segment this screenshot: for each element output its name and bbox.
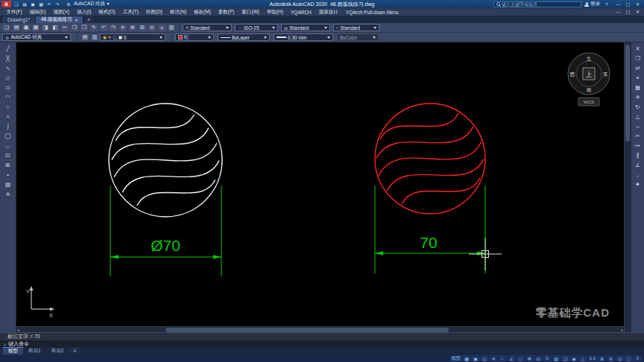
move-tool-icon[interactable]: ✛ <box>632 92 644 102</box>
table-style-select[interactable]: ⊞ Standard <box>281 24 330 31</box>
erase-tool-icon[interactable]: ✕ <box>632 44 644 54</box>
match-properties-icon[interactable]: ✎ <box>89 24 98 32</box>
point-tool-icon[interactable]: • <box>2 170 14 180</box>
transparency-icon[interactable]: ▨ <box>552 355 561 361</box>
clean-screen-icon[interactable]: ▢ <box>625 355 633 361</box>
menu-item[interactable]: 窗口(W) <box>239 9 262 16</box>
revision-cloud-tool-icon[interactable]: ≈ <box>2 112 14 121</box>
paste-icon[interactable]: ❒ <box>80 24 89 32</box>
compass-west-label[interactable]: 西 <box>569 72 575 77</box>
circle-tool-icon[interactable]: ○ <box>2 102 14 112</box>
compass-center-label[interactable]: 上 <box>586 71 593 78</box>
isodraft-icon[interactable]: ◇ <box>517 355 525 361</box>
ortho-icon[interactable]: ∟ <box>499 355 507 361</box>
menu-item[interactable]: 绘图(D) <box>143 9 166 16</box>
osnap-tracking-icon[interactable]: ✜ <box>525 355 534 361</box>
doc-minimize-button[interactable]: — <box>613 9 623 16</box>
isolate-objects-icon[interactable]: ◎ <box>616 355 624 361</box>
workspace-dropdown[interactable]: ⚙ AutoCAD 经典 <box>63 1 112 7</box>
selection-cycling-icon[interactable]: ❏ <box>561 355 569 361</box>
line-tool-icon[interactable]: ╱ <box>2 44 14 54</box>
mtext-tool-icon[interactable]: A <box>2 189 14 199</box>
array-tool-icon[interactable]: ▦ <box>632 83 644 92</box>
grid-icon[interactable]: ▦ <box>463 355 471 361</box>
menu-item[interactable]: 工具(T) <box>119 9 142 16</box>
file-tab-drawing1[interactable]: Drawing1* <box>2 16 36 23</box>
menu-item[interactable]: 文件(F) <box>3 9 25 16</box>
compass-south-label[interactable]: 南 <box>587 87 592 92</box>
plot-preview-icon[interactable]: ◨ <box>41 24 50 32</box>
sign-in-button[interactable]: 登录 <box>584 1 600 7</box>
construction-line-tool-icon[interactable]: ╳ <box>2 54 14 63</box>
spline-tool-icon[interactable]: ∫ <box>2 121 14 131</box>
plotstyle-select[interactable]: ByColor <box>337 34 379 41</box>
cut-icon[interactable]: ✂ <box>60 24 69 32</box>
copy-tool-icon[interactable]: ❐ <box>632 54 644 63</box>
new-layout-button[interactable]: + <box>71 348 78 354</box>
undo-arrow-icon[interactable]: ↶ <box>99 24 108 32</box>
menu-item[interactable]: YQARCH <box>287 10 315 15</box>
snap-icon[interactable]: ▣ <box>472 355 480 361</box>
red-wave-pattern[interactable] <box>367 104 494 214</box>
new-file-icon[interactable]: ❏ <box>13 1 20 7</box>
autoscale-icon[interactable]: △ <box>579 355 587 361</box>
vertical-scroll-thumb[interactable] <box>625 45 630 142</box>
open-icon[interactable]: ▤ <box>12 24 21 32</box>
menu-item[interactable]: 标注(N) <box>167 9 190 16</box>
model-space-viewport[interactable]: Ø70 70 <box>16 42 624 326</box>
save-icon[interactable]: ▣ <box>29 1 37 7</box>
dynamic-input-icon[interactable]: ✛ <box>490 355 498 361</box>
tab-layout2[interactable]: 布局2 <box>46 347 69 355</box>
text-style-select[interactable]: A Standard <box>183 24 232 31</box>
dim-style-select[interactable]: ↔ ISO-25 <box>235 24 278 31</box>
menu-item[interactable]: 插入(I) <box>74 9 95 16</box>
annotation-monitor-icon[interactable]: ⊘ <box>607 355 615 361</box>
white-wave-pattern[interactable] <box>102 105 230 215</box>
vertical-scrollbar[interactable] <box>624 42 631 332</box>
mleader-style-select[interactable]: ⌐ Standard <box>333 24 379 31</box>
lineweight-display-icon[interactable]: ≡ <box>543 355 552 361</box>
ellipse-arc-tool-icon[interactable]: ◡ <box>2 141 14 150</box>
chamfer-tool-icon[interactable]: ∠ <box>632 160 644 170</box>
redo-icon[interactable]: ↷ <box>54 1 61 7</box>
tab-model[interactable]: 模型 <box>3 347 23 355</box>
properties-icon[interactable]: ≡ <box>157 24 166 32</box>
drawing-canvas[interactable]: Ø70 70 <box>16 42 624 326</box>
workspace-select[interactable]: ⚙ AutoCAD 经典 <box>2 34 71 41</box>
red-arc-drawing[interactable] <box>367 104 494 214</box>
menu-item[interactable]: 视图(V) <box>50 9 73 16</box>
workspace-switching-icon[interactable]: ⚙ <box>598 355 606 361</box>
tab-close-icon[interactable]: × <box>75 18 78 22</box>
menu-item[interactable]: 参数(P) <box>215 9 238 16</box>
break-tool-icon[interactable]: ∦ <box>632 150 644 160</box>
trim-tool-icon[interactable]: ✂ <box>632 131 644 141</box>
menu-item[interactable]: 帮助(H) <box>263 9 286 16</box>
copy-clip-icon[interactable]: ❐ <box>70 24 79 32</box>
polyline-tool-icon[interactable]: ∿ <box>2 63 14 73</box>
close-button[interactable]: ✕ <box>633 1 643 7</box>
qnew-icon[interactable]: ❏ <box>2 24 11 32</box>
hatch-tool-icon[interactable]: ▨ <box>2 180 14 189</box>
zoom-window-icon[interactable]: ⊞ <box>138 24 147 32</box>
compass-north-label[interactable]: 北 <box>587 56 592 62</box>
stretch-tool-icon[interactable]: ↔ <box>632 121 644 131</box>
fillet-tool-icon[interactable]: ◞ <box>632 170 644 180</box>
designcenter-icon[interactable]: ▥ <box>167 24 176 32</box>
annotation-visibility-icon[interactable]: ◉ <box>570 355 578 361</box>
publish-icon[interactable]: ◧ <box>51 24 60 32</box>
insert-block-tool-icon[interactable]: ⊡ <box>2 150 14 160</box>
scroll-right-icon[interactable]: ▸ <box>621 328 623 332</box>
doc-close-button[interactable]: ✕ <box>633 9 643 16</box>
zoom-realtime-icon[interactable]: ⊕ <box>128 24 137 32</box>
diameter-dimension-left[interactable]: Ø70 <box>110 185 221 276</box>
plot-icon[interactable]: ▦ <box>31 24 40 32</box>
infer-constraints-icon[interactable]: ◱ <box>481 355 489 361</box>
offset-tool-icon[interactable]: ≡ <box>632 73 644 83</box>
arc-tool-icon[interactable]: ◠ <box>2 92 14 102</box>
rotate-tool-icon[interactable]: ↻ <box>632 102 644 112</box>
make-block-tool-icon[interactable]: ⊞ <box>2 160 14 170</box>
layer-select[interactable]: ◉ ☀ ▢ 0 <box>100 34 165 41</box>
redo-arrow-icon[interactable]: ↷ <box>109 24 118 32</box>
horizontal-scrollbar[interactable]: ◂ ▸ <box>16 326 624 332</box>
model-space-button[interactable]: 模型 <box>450 355 462 361</box>
